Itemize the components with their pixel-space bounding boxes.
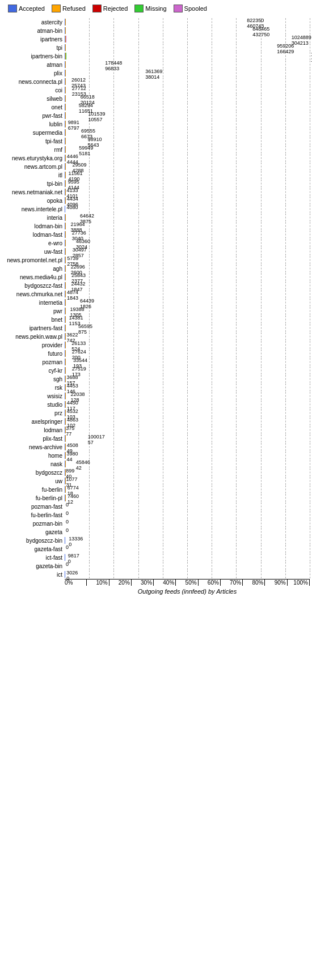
- grid-line: [138, 536, 139, 544]
- grid-line: [163, 171, 163, 179]
- grid-line: [236, 146, 237, 154]
- grid-line: [310, 18, 310, 26]
- grid-line: [310, 137, 310, 145]
- grid-line: [285, 282, 286, 289]
- row-label: studio: [2, 402, 65, 408]
- grid-line: [187, 443, 188, 451]
- grid-line: [138, 562, 139, 570]
- bar-wrapper: 244321847: [65, 282, 310, 289]
- grid-line: [236, 129, 237, 137]
- bars: [65, 189, 66, 195]
- grid-line: [310, 502, 310, 510]
- grid-line: [310, 299, 310, 306]
- grid-line: [310, 358, 310, 366]
- grid-line: [212, 409, 212, 417]
- grid-line: [236, 86, 237, 94]
- bar-wrapper: 3622742: [65, 333, 310, 340]
- bar-wrapper: 27624200: [65, 350, 310, 357]
- grid-line: [236, 570, 237, 578]
- bar-labels: 0: [66, 528, 69, 534]
- grid-line: [236, 384, 237, 391]
- grid-line: [285, 171, 286, 179]
- bars: [65, 384, 66, 391]
- bars: [65, 461, 66, 467]
- bar-wrapper: 0: [65, 528, 310, 536]
- grid-line: [285, 358, 286, 366]
- grid-line: [89, 570, 90, 578]
- grid-line: [261, 494, 262, 502]
- grid-line: [89, 545, 90, 553]
- grid-line: [163, 197, 163, 204]
- bars: [65, 418, 66, 425]
- bars: [65, 452, 66, 459]
- grid-line: [163, 316, 163, 323]
- bars: [65, 308, 66, 314]
- grid-line: [261, 205, 262, 213]
- x-tick: 10%: [87, 580, 109, 586]
- grid-line: [212, 52, 212, 60]
- legend-item-accepted: Accepted: [8, 5, 45, 12]
- grid-line: [138, 180, 139, 188]
- grid-line: [261, 61, 262, 69]
- grid-line: [113, 299, 114, 306]
- grid-line: [163, 375, 163, 383]
- grid-line: [285, 426, 286, 434]
- grid-line: [261, 528, 262, 536]
- bar-wrapper: 26133524: [65, 341, 310, 349]
- grid-line: [187, 562, 188, 570]
- bar-labels: 959206166429: [277, 44, 294, 55]
- grid-line: [236, 485, 237, 493]
- grid-line: [310, 248, 310, 255]
- grid-line: [89, 485, 90, 493]
- grid-line: [113, 239, 114, 247]
- row-label: provider: [2, 342, 65, 348]
- grid-line: [89, 417, 90, 425]
- grid-line: [285, 468, 286, 476]
- bars: [65, 231, 66, 238]
- grid-line: [113, 409, 114, 417]
- grid-line: [187, 316, 188, 323]
- grid-line: [113, 44, 114, 52]
- bar-label-refused: 166429: [277, 49, 294, 55]
- row-label: bydgoszcz-fast: [2, 283, 65, 289]
- grid-line: [236, 265, 237, 272]
- grid-line: [236, 494, 237, 502]
- bars: [65, 70, 66, 76]
- grid-line: [113, 205, 114, 213]
- bar-wrapper: 33544193: [65, 358, 310, 366]
- bar-wrapper: 295094288: [65, 163, 310, 171]
- grid-line: [187, 460, 188, 468]
- grid-line: [138, 528, 139, 536]
- bar-row: ipartners-bin1112959184783: [2, 52, 310, 60]
- grid-line: [212, 562, 212, 570]
- bar-label-refused: 10557: [88, 117, 105, 123]
- bar-label-accepted: 4080: [67, 205, 78, 211]
- bar-segment-refused: [65, 146, 66, 153]
- grid-line: [138, 282, 139, 289]
- grid-line: [187, 333, 188, 340]
- bar-wrapper: 258432377: [65, 273, 310, 281]
- bar-row: plix36136938014: [2, 69, 310, 77]
- bar-wrapper: 1024889304213: [65, 35, 310, 43]
- row-label: bydgoszcz: [2, 470, 65, 476]
- grid-line: [212, 86, 212, 94]
- grid-line: [113, 103, 114, 111]
- grid-line: [163, 307, 163, 315]
- grid-line: [212, 545, 212, 553]
- row-label: rmf: [2, 147, 65, 153]
- grid-line: [163, 265, 163, 272]
- bars: [65, 571, 65, 578]
- grid-line: [261, 400, 262, 408]
- grid-line: [163, 154, 163, 162]
- chart-container: AcceptedRefusedRejectedMissingSpooled as…: [0, 0, 312, 617]
- grid-line: [261, 443, 262, 451]
- grid-line: [236, 307, 237, 315]
- grid-line: [187, 86, 188, 94]
- grid-line: [113, 197, 114, 204]
- grid-line: [113, 112, 114, 120]
- grid-line: [212, 367, 212, 374]
- bar-row: lodman-fast277363040: [2, 231, 310, 238]
- grid-line: [113, 333, 114, 340]
- grid-line: [138, 299, 139, 306]
- grid-line: [187, 95, 188, 103]
